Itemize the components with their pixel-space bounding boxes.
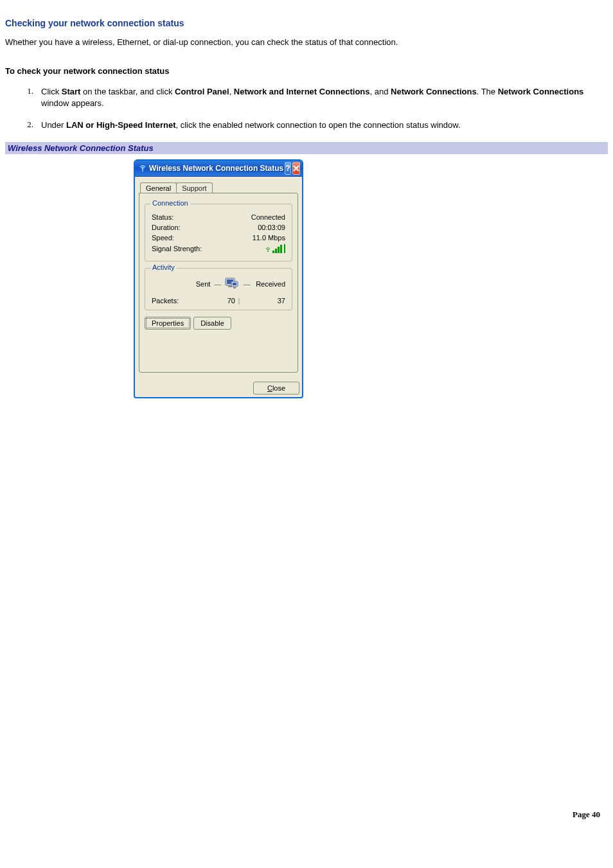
signal-strength-icon: [265, 244, 285, 253]
procedure-heading: To check your network connection status: [5, 66, 608, 76]
status-row: Status: Connected: [152, 213, 285, 221]
connection-legend: Connection: [150, 199, 190, 207]
svg-rect-6: [233, 287, 236, 288]
svg-point-0: [267, 251, 269, 252]
titlebar-text: Wireless Network Connection Status: [149, 164, 283, 173]
steps-list: 1. Click Start on the taskbar, and click…: [5, 86, 608, 132]
signal-row: Signal Strength:: [152, 244, 285, 253]
help-button[interactable]: ?: [285, 162, 290, 175]
step-number: 2.: [5, 120, 41, 130]
titlebar: Wireless Network Connection Status ?: [135, 161, 302, 177]
document-page: Checking your network connection status …: [0, 0, 613, 825]
dash-right: —: [243, 280, 250, 288]
network-activity-icon: [225, 278, 239, 290]
intro-paragraph: Whether you have a wireless, Ethernet, o…: [5, 37, 608, 47]
dialog-figure: Wireless Network Connection Status ? Gen…: [5, 159, 608, 398]
step-text: Under LAN or High-Speed Internet, click …: [41, 120, 608, 131]
connection-status-dialog: Wireless Network Connection Status ? Gen…: [134, 159, 303, 398]
dialog-footer: Close: [135, 376, 302, 397]
button-row: Properties Disable: [145, 317, 292, 330]
properties-button[interactable]: Properties: [145, 317, 191, 330]
sent-label: Sent: [196, 280, 211, 288]
connection-group: Connection Status: Connected Duration: 0…: [145, 204, 292, 261]
speed-row: Speed: 11.0 Mbps: [152, 234, 285, 242]
received-label: Received: [256, 280, 285, 288]
figure-caption-band: Wireless Network Connection Status: [5, 142, 608, 154]
step-2: 2. Under LAN or High-Speed Internet, cli…: [5, 120, 608, 131]
activity-group: Activity Sent —: [145, 268, 292, 310]
activity-legend: Activity: [150, 263, 177, 271]
tab-strip: General Support: [140, 182, 298, 193]
dash-left: —: [214, 280, 221, 288]
packets-received: 37: [243, 297, 285, 305]
signal-label: Signal Strength:: [152, 245, 202, 252]
duration-row: Duration: 00:03:09: [152, 224, 285, 231]
status-label: Status:: [152, 213, 173, 221]
close-icon[interactable]: [292, 162, 300, 175]
tab-panel-general: Connection Status: Connected Duration: 0…: [139, 193, 298, 373]
duration-value: 00:03:09: [258, 224, 285, 231]
step-number: 1.: [5, 86, 41, 96]
status-value: Connected: [251, 213, 285, 221]
step-text: Click Start on the taskbar, and click Co…: [41, 86, 608, 109]
step-1: 1. Click Start on the taskbar, and click…: [5, 86, 608, 109]
activity-header: Sent —: [152, 278, 285, 290]
page-heading: Checking your network connection status: [5, 18, 608, 28]
svg-rect-5: [233, 283, 236, 285]
speed-value: 11.0 Mbps: [253, 234, 285, 242]
packets-row: Packets: 70 | 37: [152, 297, 285, 305]
packets-separator: |: [235, 297, 243, 305]
disable-button[interactable]: Disable: [193, 317, 231, 330]
tab-support[interactable]: Support: [176, 182, 213, 193]
tab-general[interactable]: General: [140, 182, 177, 193]
page-number: Page 40: [5, 810, 608, 820]
packets-label: Packets:: [152, 297, 197, 305]
packets-sent: 70: [197, 297, 235, 305]
duration-label: Duration:: [152, 224, 181, 231]
dialog-client: General Support Connection Status: Conne…: [135, 177, 302, 376]
wireless-icon: [139, 164, 147, 173]
close-button[interactable]: Close: [253, 382, 299, 394]
speed-label: Speed:: [152, 234, 174, 242]
